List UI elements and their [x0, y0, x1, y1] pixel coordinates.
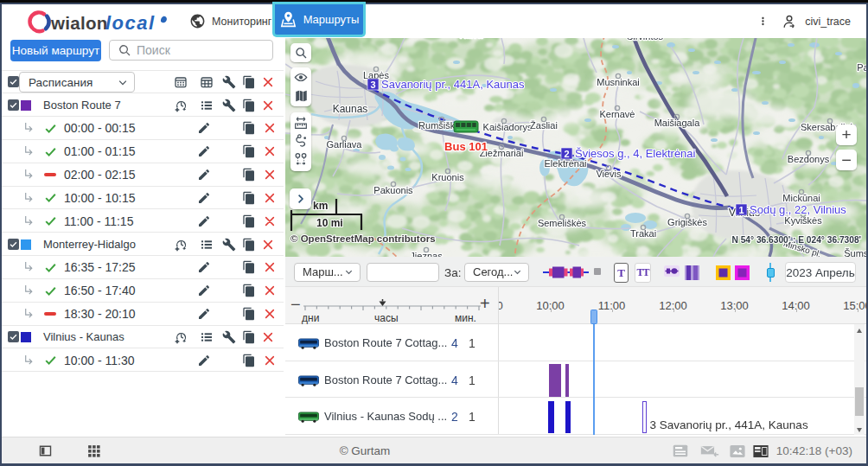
svg-text:© OpenStreetMap contributors: © OpenStreetMap contributors: [290, 233, 436, 244]
svg-text:Pa: Pa: [857, 62, 866, 73]
svg-text:Sodų g., 22, Vilnius: Sodų g., 22, Vilnius: [750, 203, 846, 216]
svg-text:N 54° 36.6300' : E 024° 36.730: N 54° 36.6300' : E 024° 36.7308': [732, 235, 862, 245]
svg-text:Kaišiadorys: Kaišiadorys: [483, 122, 533, 132]
svg-text:10 mi: 10 mi: [316, 217, 343, 229]
svg-text:Širvintos: Širvintos: [627, 38, 664, 41]
svg-text:local: local: [105, 12, 156, 34]
svg-text:Šumsk: Šumsk: [844, 248, 866, 257]
svg-text:1: 1: [738, 205, 744, 215]
svg-text:Bus 101: Bus 101: [444, 140, 488, 153]
svg-text:3: 3: [370, 80, 375, 90]
svg-text:Savanorių pr., 441A, Kaunas: Savanorių pr., 441A, Kaunas: [381, 78, 525, 91]
svg-text:wialon: wialon: [50, 13, 108, 33]
svg-text:Šviesos g., 4, Elektrėnai: Šviesos g., 4, Elektrėnai: [575, 147, 696, 160]
svg-text:2: 2: [564, 149, 569, 159]
svg-text:Kulva: Kulva: [460, 38, 482, 40]
svg-text:Kaunas: Kaunas: [333, 103, 368, 115]
svg-text:km: km: [313, 200, 328, 212]
